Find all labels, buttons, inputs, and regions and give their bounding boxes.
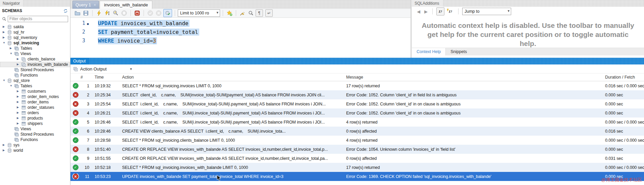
tree-item-products[interactable]: products bbox=[0, 115, 70, 121]
toggle-stop-on-error-button[interactable] bbox=[133, 9, 141, 17]
tree-item-views[interactable]: Views bbox=[0, 126, 70, 132]
output-row[interactable]: 310:25:54SELECT i.client_id, c.name, SUM… bbox=[70, 99, 644, 108]
tree-item-orders[interactable]: orders bbox=[0, 110, 70, 115]
success-icon bbox=[73, 155, 78, 161]
output-view-selector[interactable]: Action Output bbox=[80, 66, 108, 72]
tree-item-tables[interactable]: Tables bbox=[0, 83, 70, 89]
expand-arrow-icon[interactable] bbox=[17, 89, 21, 94]
expand-arrow-icon[interactable] bbox=[17, 94, 21, 99]
expand-arrow-icon[interactable] bbox=[10, 46, 14, 51]
functions-folder-icon bbox=[14, 137, 19, 142]
expand-arrow-icon[interactable] bbox=[17, 56, 21, 62]
output-row[interactable]: 510:26:46SELECT i.client_id, c.name, SUM… bbox=[70, 118, 644, 127]
expand-arrow-icon[interactable] bbox=[17, 121, 21, 126]
expand-arrow-icon[interactable] bbox=[17, 105, 21, 110]
cell-index: 4 bbox=[80, 111, 89, 115]
output-row[interactable]: 610:28:46CREATE VIEW clients_balance AS … bbox=[70, 127, 644, 136]
collapse-arrow-icon[interactable] bbox=[10, 83, 14, 89]
tree-item-views[interactable]: Views bbox=[0, 51, 70, 56]
tree-item-sql-invoicing[interactable]: sql_invoicing bbox=[0, 40, 70, 46]
close-tab-icon[interactable] bbox=[94, 3, 96, 7]
expand-arrow-icon[interactable] bbox=[3, 148, 7, 153]
cell-message: 4 row(s) returned bbox=[343, 120, 602, 125]
tree-item-sakila[interactable]: sakila bbox=[0, 24, 70, 30]
tree-item-sql-inventory[interactable]: sql_inventory bbox=[0, 35, 70, 40]
limit-rows-dropdown[interactable]: Limit to 1000 ro bbox=[178, 9, 220, 17]
tab-query-1[interactable]: Query 1 bbox=[72, 1, 99, 9]
output-row[interactable]: 1010:52:18SELECT * FROM sql_invoicing.in… bbox=[70, 163, 644, 172]
show-invisibles-button[interactable] bbox=[256, 9, 263, 17]
toggle-autocommit-button[interactable] bbox=[163, 9, 172, 17]
find-button[interactable] bbox=[247, 9, 255, 17]
tree-item-customers[interactable]: customers bbox=[0, 89, 70, 94]
tree-item-tables[interactable]: Tables bbox=[0, 46, 70, 51]
save-snippet-button[interactable] bbox=[226, 9, 233, 17]
explain-button[interactable] bbox=[112, 9, 119, 17]
output-row-selected[interactable]: 1110:53:23UPDATE invoices_with_balande S… bbox=[70, 172, 644, 181]
expand-arrow-icon[interactable] bbox=[3, 142, 7, 148]
cell-action: SELECT i.client_id, c.name, SUM(invoice_… bbox=[121, 102, 343, 106]
toggle-wrap-button[interactable] bbox=[265, 9, 273, 17]
expand-arrow-icon[interactable] bbox=[3, 24, 7, 30]
tree-item-order-item-notes[interactable]: order_item_notes bbox=[0, 94, 70, 99]
tree-item-stored-procedures[interactable]: Stored Procedures bbox=[0, 67, 70, 73]
automatic-context-help-icon[interactable]: I? bbox=[446, 7, 454, 15]
schema-icon bbox=[7, 41, 12, 46]
cell-duration: 0.000 sec bbox=[602, 93, 644, 97]
tab-invoices-with-balande[interactable]: invoices_with_balande bbox=[100, 1, 152, 9]
expand-arrow-icon[interactable] bbox=[17, 62, 21, 67]
tab-snippets[interactable]: Snippets bbox=[446, 48, 472, 55]
execute-button[interactable] bbox=[95, 9, 103, 17]
open-script-button[interactable] bbox=[74, 9, 81, 17]
output-selector-row: Action Output bbox=[70, 64, 644, 74]
refresh-schemas-icon[interactable] bbox=[63, 8, 68, 13]
output-title: Output bbox=[70, 58, 89, 64]
expand-arrow-icon[interactable] bbox=[17, 110, 21, 115]
tree-item-stored-procedures[interactable]: Stored Procedures bbox=[0, 132, 70, 137]
tree-item-invoices-with-balande[interactable]: invoices_with_balande bbox=[0, 62, 70, 67]
tree-item-shippers[interactable]: shippers bbox=[0, 121, 70, 126]
collapse-arrow-icon[interactable] bbox=[10, 51, 14, 56]
expand-arrow-icon[interactable] bbox=[17, 99, 21, 105]
context-help-icon[interactable]: I? bbox=[436, 7, 444, 15]
sql-editor[interactable]: 1 2 3 UPDATE invoices_with_balande SET p… bbox=[70, 18, 411, 58]
beautify-button[interactable] bbox=[239, 9, 246, 17]
filter-objects-input[interactable] bbox=[8, 16, 68, 22]
expand-arrow-icon[interactable] bbox=[17, 115, 21, 121]
output-row[interactable]: 110:19:32SELECT * FROM sql_invoicing.inv… bbox=[70, 81, 644, 90]
column-message: Message bbox=[343, 75, 602, 80]
forward-arrow-icon[interactable] bbox=[423, 9, 429, 14]
schema-icon bbox=[7, 25, 12, 30]
back-arrow-icon[interactable] bbox=[416, 9, 421, 14]
jump-to-dropdown[interactable]: Jump to bbox=[462, 8, 511, 15]
tab-context-help[interactable]: Context Help bbox=[412, 48, 446, 55]
expand-arrow-icon[interactable] bbox=[3, 35, 7, 40]
navigator-panel: Navigator SCHEMAS sakila sql_hr sql_inve… bbox=[0, 0, 70, 185]
output-row[interactable]: 410:26:21SELECT i.client_id, c.name, SUM… bbox=[70, 108, 644, 118]
tree-item-functions[interactable]: Functions bbox=[0, 137, 70, 142]
success-icon bbox=[73, 128, 78, 134]
success-icon bbox=[73, 137, 78, 143]
execute-current-button[interactable] bbox=[104, 9, 111, 17]
expand-arrow-icon[interactable] bbox=[3, 30, 7, 35]
tree-item-sql-store[interactable]: sql_store bbox=[0, 78, 70, 83]
tree-item-sql-hr[interactable]: sql_hr bbox=[0, 30, 70, 35]
column-time: Time bbox=[89, 75, 121, 80]
output-row[interactable]: 910:51:55CREATE OR REPLACE VIEW invoices… bbox=[70, 154, 644, 163]
output-row[interactable]: 710:28:58SELECT * FROM sql_invoicing.cli… bbox=[70, 136, 644, 145]
save-script-button[interactable] bbox=[82, 9, 90, 17]
tree-item-world[interactable]: world bbox=[0, 148, 70, 153]
collapse-arrow-icon[interactable] bbox=[3, 78, 7, 83]
tree-item-functions[interactable]: Functions bbox=[0, 73, 70, 78]
collapse-arrow-icon[interactable] bbox=[3, 40, 7, 46]
cell-index: 6 bbox=[80, 129, 89, 134]
tree-item-order-items[interactable]: order_items bbox=[0, 99, 70, 105]
output-row[interactable]: 210:25:34SELECT client_id, c.name, SUM(i… bbox=[70, 90, 644, 99]
output-row[interactable]: 810:51:40CREATE OR REPLACE VIEW invoices… bbox=[70, 145, 644, 154]
tree-item-order-statuses[interactable]: order_statuses bbox=[0, 105, 70, 110]
editor-code: UPDATE invoices_with_balande SET payment… bbox=[98, 18, 199, 58]
tree-item-clients-balance[interactable]: clients_balance bbox=[0, 56, 70, 62]
schemas-label: SCHEMAS bbox=[2, 8, 63, 13]
tree-item-sys[interactable]: sys bbox=[0, 142, 70, 148]
chevron-down-icon[interactable] bbox=[110, 67, 146, 71]
